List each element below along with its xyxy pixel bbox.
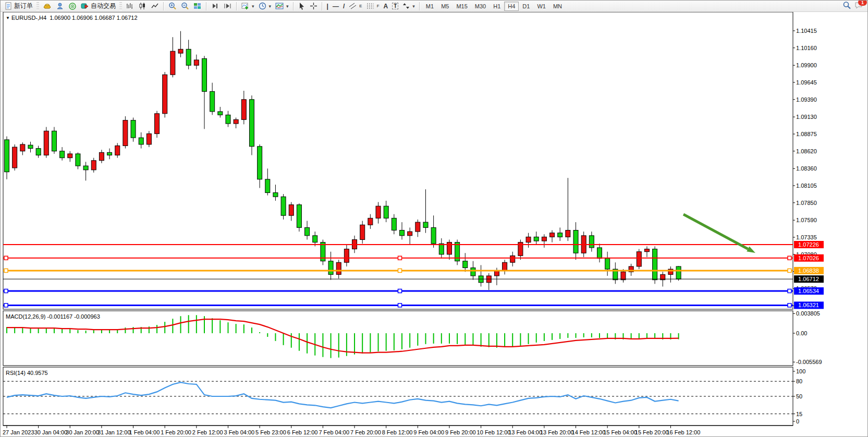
search-icon[interactable] [842, 1, 851, 11]
timeframe-h4[interactable]: H4 [504, 2, 519, 11]
notifications-button[interactable]: 1 [854, 1, 863, 11]
line-handle[interactable] [398, 256, 402, 260]
text-tool-button[interactable]: A [382, 1, 390, 11]
candle-down [210, 91, 215, 112]
main-chart-plot[interactable] [3, 12, 793, 309]
line-handle[interactable] [4, 256, 8, 260]
dropdown-icon: ▾ [286, 4, 289, 9]
svg-text:3 Feb 04:00: 3 Feb 04:00 [224, 429, 254, 435]
svg-text:15 Feb 04:00: 15 Feb 04:00 [603, 429, 637, 435]
candle-down [534, 237, 539, 241]
zoom-out-icon [181, 2, 189, 10]
line-chart-type-button[interactable] [149, 1, 161, 11]
trendline-icon: / [343, 3, 345, 10]
candle-down [431, 227, 436, 244]
svg-text:15 Feb 20:00: 15 Feb 20:00 [635, 429, 669, 435]
timeframe-m1[interactable]: M1 [422, 2, 437, 11]
timeframe-h1[interactable]: H1 [490, 2, 504, 11]
timeframe-mn[interactable]: MN [549, 2, 566, 11]
line-handle[interactable] [398, 269, 402, 272]
line-handle[interactable] [788, 289, 791, 293]
timeframe-m30[interactable]: M30 [471, 2, 490, 11]
svg-text:30 Jan 04:00: 30 Jan 04:00 [34, 429, 68, 435]
zoom-out-button[interactable] [179, 1, 191, 11]
periods-button[interactable]: ▾ [256, 1, 274, 11]
svg-text:6 Feb 12:00: 6 Feb 12:00 [287, 429, 318, 435]
line-handle[interactable] [398, 289, 402, 293]
svg-text:1.09130: 1.09130 [796, 114, 817, 120]
svg-text:0.003805: 0.003805 [796, 310, 820, 317]
candle-down [297, 205, 301, 228]
candlestick-type-button[interactable] [136, 1, 149, 11]
vertical-line-tool-button[interactable]: | [325, 1, 331, 11]
arrows-tool-button[interactable]: ▾ [400, 1, 417, 11]
line-handle[interactable] [4, 289, 8, 293]
signals-button[interactable] [66, 1, 79, 11]
horizontal-line-tool-button[interactable]: — [331, 1, 341, 11]
svg-text:1.10160: 1.10160 [796, 45, 817, 51]
tile-windows-button[interactable] [191, 1, 204, 11]
line-handle[interactable] [4, 304, 8, 307]
svg-text:30 Jan 20:00: 30 Jan 20:00 [66, 429, 99, 435]
candle-up [163, 75, 167, 114]
timeframe-w1[interactable]: W1 [533, 2, 549, 11]
svg-text:1.08620: 1.08620 [796, 148, 817, 154]
auto-scroll-button[interactable] [209, 1, 222, 11]
fibo-letter: F [377, 4, 380, 8]
candle-down [605, 259, 610, 270]
candle-down [597, 248, 602, 259]
chart-canvas[interactable]: 1.104151.101601.099001.096451.093901.091… [1, 12, 868, 437]
bar-chart-type-button[interactable] [124, 1, 136, 11]
timeframe-d1[interactable]: D1 [519, 2, 533, 11]
line-chart-icon [151, 2, 159, 10]
template-icon [275, 2, 284, 10]
market-watch-button[interactable] [41, 1, 54, 11]
fibonacci-tool-button[interactable]: F [364, 1, 382, 11]
crosshair-tool-button[interactable] [308, 1, 320, 11]
chart-shift-button[interactable] [222, 1, 234, 11]
timeframe-m15[interactable]: M15 [453, 2, 471, 11]
symbol-dropdown-icon[interactable]: ▼ [6, 16, 10, 20]
cursor-tool-button[interactable] [296, 1, 308, 11]
equidistant-channel-icon [349, 2, 358, 10]
new-order-button[interactable]: 新订单 [3, 1, 35, 11]
trendline-tool-button[interactable]: / [341, 1, 347, 11]
templates-button[interactable]: ▾ [273, 1, 291, 11]
candle-down [226, 115, 230, 124]
line-handle[interactable] [4, 269, 8, 272]
line-handle[interactable] [788, 256, 791, 260]
tester-button[interactable] [54, 1, 66, 11]
auto-trading-button[interactable]: 自动交易 [79, 1, 118, 11]
candle-up [368, 218, 373, 225]
tile-windows-icon [193, 2, 202, 10]
indicators-button[interactable]: ▾ [239, 1, 256, 11]
candle-down [5, 140, 9, 172]
label-tool-button[interactable]: T [390, 1, 400, 11]
svg-text:0: 0 [796, 418, 799, 424]
dropdown-icon: ▾ [269, 4, 272, 9]
svg-text:50: 50 [796, 393, 802, 399]
crosshair-icon [310, 2, 317, 10]
line-handle[interactable] [788, 269, 791, 272]
price-badge: 1.06712 [798, 276, 819, 282]
channel-tool-button[interactable]: E [347, 1, 364, 11]
toolbar-separator [236, 2, 237, 10]
candle-down [463, 261, 468, 268]
candle-up [566, 230, 570, 237]
signals-radar-icon [68, 2, 77, 10]
chart-shift-icon [224, 2, 232, 10]
svg-text:8 Feb 12:00: 8 Feb 12:00 [382, 429, 413, 435]
fibonacci-icon [366, 2, 375, 10]
line-handle[interactable] [788, 304, 791, 307]
svg-text:1.08360: 1.08360 [796, 165, 817, 172]
candle-up [146, 133, 151, 144]
candle-down [439, 244, 444, 254]
candle-down [558, 233, 563, 237]
macd-axis: 0.0038050.00-0.005569 [793, 310, 822, 365]
candle-down [76, 154, 80, 166]
candle-down [52, 131, 56, 151]
timeframe-m5[interactable]: M5 [437, 2, 453, 11]
svg-text:16 Feb 12:00: 16 Feb 12:00 [666, 429, 700, 435]
line-handle[interactable] [398, 304, 402, 307]
zoom-in-button[interactable] [166, 1, 179, 11]
